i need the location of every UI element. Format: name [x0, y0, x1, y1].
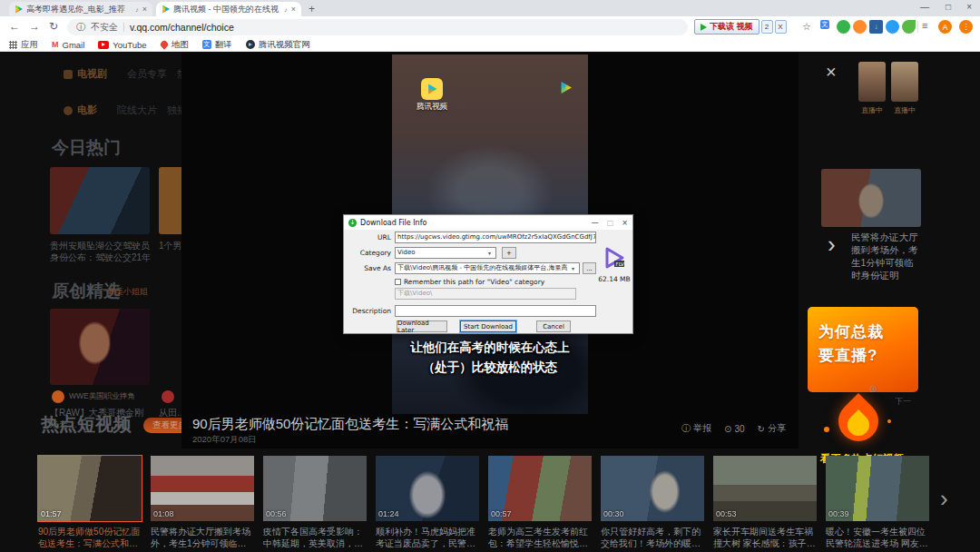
- tab-title: 腾讯视频 - 中国领先的在线视: [173, 4, 280, 15]
- not-secure-icon[interactable]: ⓘ: [76, 21, 85, 34]
- strip-item[interactable]: 01:57 90后男老师做50份记忆面包送考生：写满公式和祝福: [38, 456, 142, 549]
- idm-close-button[interactable]: X: [775, 20, 787, 34]
- strip-item[interactable]: 00:39 暖心！安徽一考生被四位民警轮流送进考场 网友：可以吹一辈子了！: [826, 456, 929, 549]
- nav-tv-label[interactable]: 电视剧: [64, 67, 107, 81]
- share-button[interactable]: ↻分享: [758, 422, 786, 435]
- subtitle-line-1: 让他们在高考的时候在心态上: [392, 340, 588, 356]
- url-field[interactable]: https://ugcws.video.gtimg.com/uwMROfz2r5…: [395, 232, 596, 243]
- bookmark-apps[interactable]: 应用: [9, 39, 38, 51]
- hot-card-thumbnail[interactable]: [50, 167, 150, 234]
- mini-card-caption[interactable]: 直播中: [890, 105, 919, 115]
- strip-item[interactable]: 00:53 家长开车期间送考生车祸撞大树 家长感慨：孩子运气好: [713, 456, 817, 549]
- bookmark-gmail[interactable]: M Gmail: [52, 40, 84, 50]
- strip-caption[interactable]: 你只管好好高考，剩下的交给我们！考场外的暖心人: [601, 526, 704, 549]
- news-caption[interactable]: 民警将办证大厅搬到考场外，考生1分钟可领临时身份证明: [851, 231, 920, 281]
- start-download-button[interactable]: Start Download: [460, 320, 516, 332]
- strip-thumbnail[interactable]: 00:30: [601, 456, 704, 521]
- idm-download-video-button[interactable]: 下载该 视频: [694, 19, 760, 34]
- window-minimize-button[interactable]: —: [920, 2, 929, 12]
- promo-card[interactable]: 为何总裁 要直播?: [808, 307, 918, 392]
- new-tab-button[interactable]: +: [309, 3, 315, 15]
- tab-audio-icon[interactable]: ♪: [284, 6, 288, 13]
- translate-extension-icon[interactable]: 文: [820, 20, 829, 29]
- carousel-next-icon[interactable]: ›: [828, 231, 836, 259]
- strip-thumbnail[interactable]: 00:56: [263, 456, 367, 521]
- dialog-minimize-icon[interactable]: —: [592, 219, 599, 227]
- checkbox[interactable]: [395, 279, 401, 285]
- idm-count-badge[interactable]: 2: [761, 20, 773, 34]
- bookmark-star-icon[interactable]: ☆: [802, 21, 811, 33]
- add-category-button[interactable]: +: [502, 247, 516, 259]
- live-mini-card[interactable]: [891, 62, 918, 102]
- original-badge[interactable]: 最美小姐姐: [107, 286, 148, 298]
- download-later-button[interactable]: Download Later: [397, 320, 447, 332]
- reading-list-icon[interactable]: ≡: [922, 20, 927, 31]
- strip-next-icon[interactable]: ›: [940, 485, 948, 513]
- description-label: Description: [346, 307, 391, 315]
- lightbox-close-icon[interactable]: ×: [826, 62, 837, 83]
- url-text[interactable]: v.qq.com/channel/choice: [130, 22, 234, 33]
- bookmark-tencent-video[interactable]: 腾讯视频官网: [246, 39, 310, 51]
- reload-icon[interactable]: ↻: [49, 20, 58, 33]
- strip-item[interactable]: 00:30 你只管好好高考，剩下的交给我们！考场外的暖心人: [601, 456, 704, 549]
- idm-extension-icon[interactable]: ↓: [869, 20, 883, 34]
- tab-audio-icon[interactable]: ♪: [135, 6, 139, 13]
- mini-card-caption[interactable]: 直播中: [858, 105, 887, 115]
- strip-caption[interactable]: 90后男老师做50份记忆面包送考生：写满公式和祝福: [38, 526, 142, 549]
- strip-caption[interactable]: 疫情下各国高考受影响：中韩延期，英美取消，检查严格防护: [263, 526, 367, 549]
- cancel-button[interactable]: Cancel: [536, 320, 571, 332]
- bookmark-youtube[interactable]: YouTube: [98, 40, 146, 50]
- flame-graphic[interactable]: [815, 399, 902, 452]
- strip-item[interactable]: 00:57 老师为高三考生发考前红包：希望学生轻松愉悦进考场: [488, 456, 592, 549]
- live-mini-card[interactable]: [858, 62, 886, 102]
- remember-path-checkbox-row[interactable]: Remember this path for "Video" category: [395, 278, 544, 286]
- duration-badge: 00:56: [266, 509, 287, 518]
- strip-caption[interactable]: 民警将办证大厅搬到考场外，考生1分钟可领临时身份证明: [151, 526, 254, 549]
- strip-thumbnail[interactable]: 00:53: [713, 456, 817, 521]
- danmu-count[interactable]: ⊙30: [724, 422, 745, 435]
- original-card-thumbnail[interactable]: [50, 309, 150, 385]
- chrome-menu-icon[interactable]: ⋮: [959, 20, 973, 34]
- strip-thumbnail[interactable]: 01:08: [151, 456, 254, 521]
- browse-button[interactable]: ...: [583, 262, 596, 274]
- browser-tab-1[interactable]: 高考即将遇见你_电影_推荐 ♪ ×: [9, 2, 152, 16]
- description-field[interactable]: [395, 305, 596, 317]
- strip-thumbnail[interactable]: 00:57: [488, 456, 592, 521]
- extension-icon[interactable]: [853, 20, 867, 34]
- strip-thumbnail[interactable]: 01:24: [376, 456, 479, 521]
- dialog-title-bar[interactable]: ↓ Download File Info — □ ×: [344, 215, 632, 230]
- address-bar[interactable]: ⓘ 不安全 v.qq.com/channel/choice: [67, 19, 688, 35]
- strip-item[interactable]: 01:24 顺利补办！马虎妈妈把准考证当废品卖了，民警全城寻人: [376, 456, 479, 549]
- video-date: 2020年07月08日: [192, 434, 257, 446]
- tab-close-icon[interactable]: ×: [291, 5, 296, 14]
- browser-tab-2[interactable]: 腾讯视频 - 中国领先的在线视 ♪ ×: [156, 2, 301, 16]
- save-as-dropdown[interactable]: 下载\Video\腾讯视频 - 中国领先的在线视频媒体平台,海量高 ▾: [395, 262, 580, 274]
- bookmark-translate[interactable]: 文 翻译: [202, 39, 232, 51]
- strip-caption[interactable]: 顺利补办！马虎妈妈把准考证当废品卖了，民警全城寻人: [376, 526, 479, 549]
- profile-avatar[interactable]: A: [938, 20, 952, 34]
- hot-card-caption[interactable]: 贵州安顺坠湖公交驾驶员身份公布：驾驶公交21年: [50, 240, 152, 263]
- leaf-extension-icon[interactable]: [902, 20, 916, 34]
- strip-thumbnail[interactable]: 01:57: [38, 456, 142, 521]
- nav-movie-label[interactable]: 电影: [64, 104, 97, 117]
- forward-icon[interactable]: →: [29, 20, 40, 33]
- strip-item[interactable]: 00:56 疫情下各国高考受影响：中韩延期，英美取消，检查严格防护: [263, 456, 367, 549]
- strip-item[interactable]: 01:08 民警将办证大厅搬到考场外，考生1分钟可领临时身份证明: [151, 456, 254, 549]
- report-button[interactable]: ⓘ举报: [681, 422, 711, 435]
- youtube-icon: [98, 41, 109, 49]
- news-thumbnail[interactable]: [821, 169, 921, 227]
- strip-caption[interactable]: 暖心！安徽一考生被四位民警轮流送进考场 网友：可以吹一辈子了！: [826, 526, 929, 549]
- strip-caption[interactable]: 家长开车期间送考生车祸撞大树 家长感慨：孩子运气好: [713, 526, 817, 549]
- tab-close-icon[interactable]: ×: [142, 5, 147, 14]
- back-icon[interactable]: ←: [9, 20, 20, 33]
- dialog-close-icon[interactable]: ×: [622, 219, 628, 227]
- window-maximize-button[interactable]: □: [946, 2, 951, 12]
- category-dropdown[interactable]: Video ▾: [395, 247, 496, 259]
- bookmark-maps[interactable]: 地图: [161, 39, 189, 51]
- strip-caption[interactable]: 老师为高三考生发考前红包：希望学生轻松愉悦进考场: [488, 526, 592, 549]
- window-close-button[interactable]: ×: [966, 2, 972, 12]
- extension-icon[interactable]: [837, 20, 850, 34]
- extension-icon[interactable]: [886, 20, 899, 34]
- strip-thumbnail[interactable]: 00:39: [826, 456, 929, 521]
- channel-row[interactable]: WWE美国职业摔角: [52, 390, 135, 403]
